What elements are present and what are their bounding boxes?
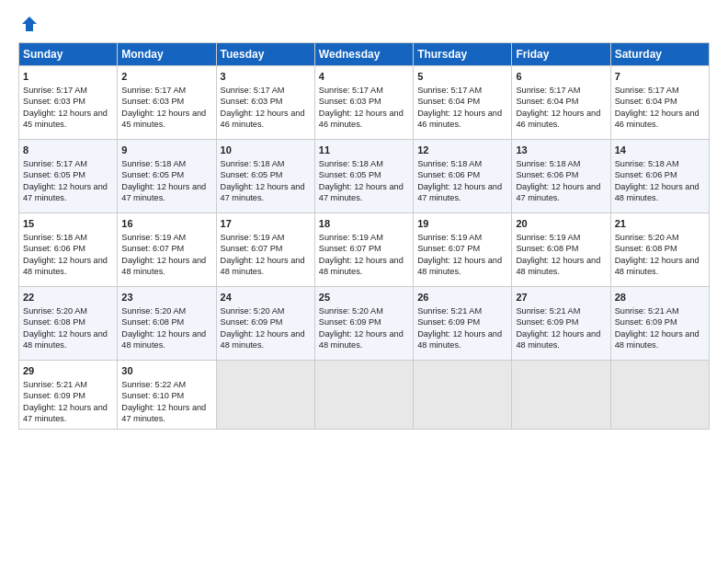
day-number: 2 bbox=[121, 70, 211, 84]
calendar-cell: 16Sunrise: 5:19 AMSunset: 6:07 PMDayligh… bbox=[118, 213, 216, 287]
calendar-cell: 24Sunrise: 5:20 AMSunset: 6:09 PMDayligh… bbox=[216, 287, 314, 361]
weekday-header-tuesday: Tuesday bbox=[216, 43, 314, 66]
calendar-cell bbox=[610, 361, 709, 430]
logo-icon bbox=[20, 15, 39, 33]
day-number: 29 bbox=[23, 364, 113, 378]
calendar-cell: 21Sunrise: 5:20 AMSunset: 6:08 PMDayligh… bbox=[610, 213, 709, 287]
day-number: 12 bbox=[417, 144, 507, 157]
calendar-cell: 22Sunrise: 5:20 AMSunset: 6:08 PMDayligh… bbox=[19, 287, 118, 361]
calendar-cell: 9Sunrise: 5:18 AMSunset: 6:05 PMDaylight… bbox=[118, 140, 216, 213]
day-number: 15 bbox=[23, 217, 113, 231]
day-number: 11 bbox=[319, 144, 409, 157]
calendar-cell: 28Sunrise: 5:21 AMSunset: 6:09 PMDayligh… bbox=[610, 287, 709, 361]
calendar-table: SundayMondayTuesdayWednesdayThursdayFrid… bbox=[18, 42, 710, 430]
day-number: 5 bbox=[417, 70, 507, 84]
svg-marker-0 bbox=[22, 17, 37, 31]
calendar-cell: 3Sunrise: 5:17 AMSunset: 6:03 PMDaylight… bbox=[216, 66, 314, 140]
calendar-week-row-5: 29Sunrise: 5:21 AMSunset: 6:09 PMDayligh… bbox=[19, 361, 710, 430]
day-number: 8 bbox=[23, 144, 113, 157]
calendar-cell: 27Sunrise: 5:21 AMSunset: 6:09 PMDayligh… bbox=[512, 287, 610, 361]
weekday-header-thursday: Thursday bbox=[414, 43, 512, 66]
weekday-header-friday: Friday bbox=[512, 43, 610, 66]
calendar-week-row-1: 1Sunrise: 5:17 AMSunset: 6:03 PMDaylight… bbox=[19, 66, 710, 140]
day-number: 28 bbox=[615, 291, 705, 304]
day-number: 7 bbox=[615, 70, 705, 84]
calendar-cell: 15Sunrise: 5:18 AMSunset: 6:06 PMDayligh… bbox=[19, 213, 118, 287]
day-number: 24 bbox=[221, 291, 311, 304]
day-number: 16 bbox=[121, 217, 211, 231]
calendar-cell bbox=[314, 361, 413, 430]
weekday-header-saturday: Saturday bbox=[610, 43, 709, 66]
calendar-week-row-3: 15Sunrise: 5:18 AMSunset: 6:06 PMDayligh… bbox=[19, 213, 710, 287]
calendar-cell: 2Sunrise: 5:17 AMSunset: 6:03 PMDaylight… bbox=[118, 66, 216, 140]
day-number: 19 bbox=[417, 217, 507, 231]
page: SundayMondayTuesdayWednesdayThursdayFrid… bbox=[0, 0, 728, 563]
calendar-cell: 29Sunrise: 5:21 AMSunset: 6:09 PMDayligh… bbox=[19, 361, 118, 430]
day-number: 3 bbox=[221, 70, 311, 84]
weekday-header-sunday: Sunday bbox=[19, 43, 118, 66]
day-number: 14 bbox=[615, 144, 705, 157]
calendar-cell: 10Sunrise: 5:18 AMSunset: 6:05 PMDayligh… bbox=[216, 140, 314, 213]
day-number: 17 bbox=[221, 217, 311, 231]
logo bbox=[18, 15, 39, 33]
calendar-cell: 19Sunrise: 5:19 AMSunset: 6:07 PMDayligh… bbox=[414, 213, 512, 287]
calendar-cell: 18Sunrise: 5:19 AMSunset: 6:07 PMDayligh… bbox=[314, 213, 413, 287]
calendar-week-row-2: 8Sunrise: 5:17 AMSunset: 6:05 PMDaylight… bbox=[19, 140, 710, 213]
header bbox=[18, 15, 710, 33]
calendar-cell: 17Sunrise: 5:19 AMSunset: 6:07 PMDayligh… bbox=[216, 213, 314, 287]
calendar-cell: 11Sunrise: 5:18 AMSunset: 6:05 PMDayligh… bbox=[314, 140, 413, 213]
weekday-header-wednesday: Wednesday bbox=[314, 43, 413, 66]
day-number: 26 bbox=[417, 291, 507, 304]
day-number: 13 bbox=[516, 144, 606, 157]
day-number: 27 bbox=[516, 291, 606, 304]
day-number: 20 bbox=[516, 217, 606, 231]
calendar-cell: 25Sunrise: 5:20 AMSunset: 6:09 PMDayligh… bbox=[314, 287, 413, 361]
day-number: 22 bbox=[23, 291, 113, 304]
weekday-header-row: SundayMondayTuesdayWednesdayThursdayFrid… bbox=[19, 43, 710, 66]
calendar-cell: 4Sunrise: 5:17 AMSunset: 6:03 PMDaylight… bbox=[314, 66, 413, 140]
calendar-cell: 8Sunrise: 5:17 AMSunset: 6:05 PMDaylight… bbox=[19, 140, 118, 213]
calendar-cell bbox=[414, 361, 512, 430]
day-number: 6 bbox=[516, 70, 606, 84]
day-number: 30 bbox=[121, 364, 211, 378]
calendar-cell: 26Sunrise: 5:21 AMSunset: 6:09 PMDayligh… bbox=[414, 287, 512, 361]
calendar-cell: 14Sunrise: 5:18 AMSunset: 6:06 PMDayligh… bbox=[610, 140, 709, 213]
calendar-cell: 1Sunrise: 5:17 AMSunset: 6:03 PMDaylight… bbox=[19, 66, 118, 140]
calendar-week-row-4: 22Sunrise: 5:20 AMSunset: 6:08 PMDayligh… bbox=[19, 287, 710, 361]
calendar-cell: 5Sunrise: 5:17 AMSunset: 6:04 PMDaylight… bbox=[414, 66, 512, 140]
calendar-cell: 13Sunrise: 5:18 AMSunset: 6:06 PMDayligh… bbox=[512, 140, 610, 213]
day-number: 9 bbox=[121, 144, 211, 157]
day-number: 1 bbox=[23, 70, 113, 84]
calendar-cell: 20Sunrise: 5:19 AMSunset: 6:08 PMDayligh… bbox=[512, 213, 610, 287]
calendar-cell bbox=[512, 361, 610, 430]
day-number: 4 bbox=[319, 70, 409, 84]
day-number: 25 bbox=[319, 291, 409, 304]
calendar-cell: 12Sunrise: 5:18 AMSunset: 6:06 PMDayligh… bbox=[414, 140, 512, 213]
weekday-header-monday: Monday bbox=[118, 43, 216, 66]
day-number: 10 bbox=[221, 144, 311, 157]
calendar-cell: 6Sunrise: 5:17 AMSunset: 6:04 PMDaylight… bbox=[512, 66, 610, 140]
calendar-cell bbox=[216, 361, 314, 430]
day-number: 23 bbox=[121, 291, 211, 304]
day-number: 21 bbox=[615, 217, 705, 231]
day-number: 18 bbox=[319, 217, 409, 231]
calendar-cell: 7Sunrise: 5:17 AMSunset: 6:04 PMDaylight… bbox=[610, 66, 709, 140]
calendar-cell: 30Sunrise: 5:22 AMSunset: 6:10 PMDayligh… bbox=[118, 361, 216, 430]
calendar-cell: 23Sunrise: 5:20 AMSunset: 6:08 PMDayligh… bbox=[118, 287, 216, 361]
